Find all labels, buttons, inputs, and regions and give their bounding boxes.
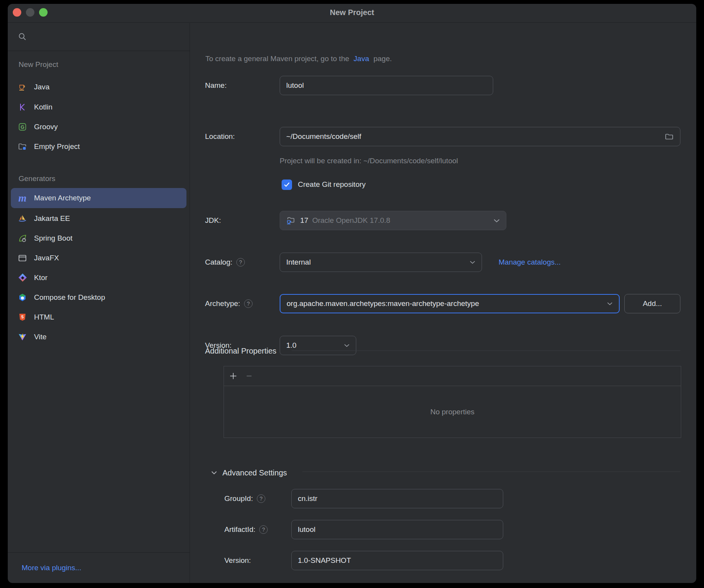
- additional-properties-panel: No properties: [224, 366, 681, 438]
- minimize-button[interactable]: [26, 8, 34, 17]
- vite-icon: [18, 332, 27, 342]
- sidebar-item-maven-archetype[interactable]: m Maven Archetype: [11, 188, 186, 208]
- chevron-down-icon: [344, 344, 350, 347]
- svg-text:G: G: [21, 124, 24, 130]
- page-hint: To create a general Maven project, go to…: [205, 53, 392, 64]
- titlebar: New Project: [8, 4, 696, 23]
- artifactid-input[interactable]: lutool: [291, 520, 503, 539]
- add-property-icon[interactable]: [229, 372, 237, 380]
- location-hint: Project will be created in: ~/Documents/…: [280, 156, 458, 166]
- chevron-down-icon: [494, 219, 500, 222]
- help-icon[interactable]: ?: [257, 494, 265, 503]
- groupid-label-row: GroupId: ?: [224, 493, 265, 504]
- jdk-label: JDK:: [205, 215, 221, 226]
- svg-text:5: 5: [21, 315, 24, 319]
- advanced-version-input[interactable]: 1.0-SNAPSHOT: [291, 551, 503, 570]
- add-archetype-button[interactable]: Add...: [624, 294, 680, 313]
- sidebar-item-label: Java: [34, 83, 50, 91]
- maven-archetype-icon: m: [18, 193, 27, 203]
- location-input[interactable]: ~/Documents/code/self: [280, 127, 680, 146]
- java-page-link[interactable]: Java: [354, 53, 369, 64]
- sidebar-item-java[interactable]: Java: [8, 77, 186, 97]
- sidebar-item-label: Compose for Desktop: [34, 293, 105, 302]
- sidebar-item-vite[interactable]: Vite: [8, 327, 186, 347]
- name-input[interactable]: lutool: [280, 76, 493, 95]
- more-via-plugins-link[interactable]: More via plugins...: [22, 564, 81, 572]
- zoom-button[interactable]: [39, 8, 48, 17]
- help-icon[interactable]: ?: [259, 525, 268, 534]
- properties-empty-state: No properties: [224, 386, 681, 438]
- sidebar-item-jakarta-ee[interactable]: Jakarta EE: [8, 209, 186, 229]
- ktor-icon: [18, 273, 27, 282]
- git-checkbox-label: Create Git repository: [298, 179, 366, 190]
- window-title: New Project: [8, 8, 696, 17]
- kotlin-icon: [18, 103, 27, 112]
- advanced-version-label: Version:: [224, 555, 251, 566]
- chevron-down-icon: [470, 261, 475, 264]
- section-divider: [302, 472, 680, 472]
- jakarta-ee-icon: [18, 214, 27, 223]
- name-label: Name:: [205, 80, 227, 91]
- sidebar-item-label: JavaFX: [34, 254, 59, 262]
- sidebar-item-label: HTML: [34, 313, 54, 321]
- sidebar-item-label: Ktor: [34, 273, 48, 282]
- new-project-dialog: New Project New Project Java: [8, 4, 696, 583]
- catalog-label-row: Catalog: ?: [205, 257, 245, 268]
- search-icon: [18, 32, 27, 41]
- archetype-label-row: Archetype: ?: [205, 298, 253, 309]
- html5-icon: 5: [18, 313, 27, 322]
- sidebar-item-groovy[interactable]: G Groovy: [8, 117, 186, 137]
- jdk-icon: [285, 215, 296, 226]
- sidebar-item-label: Vite: [34, 333, 46, 341]
- groovy-icon: G: [18, 122, 27, 132]
- javafx-icon: [18, 253, 27, 263]
- manage-catalogs-link[interactable]: Manage catalogs...: [499, 257, 561, 268]
- screenshot-root: New Project New Project Java: [0, 0, 704, 588]
- remove-property-icon[interactable]: [246, 373, 253, 379]
- version-dropdown[interactable]: 1.0: [280, 336, 356, 355]
- sidebar-item-ktor[interactable]: Ktor: [8, 268, 186, 288]
- properties-toolbar: [224, 366, 681, 386]
- sidebar-item-javafx[interactable]: JavaFX: [8, 248, 186, 268]
- sidebar-item-label: Maven Archetype: [34, 194, 91, 202]
- check-icon: [284, 182, 290, 187]
- section-divider: [292, 350, 680, 351]
- archetype-dropdown[interactable]: org.apache.maven.archetypes:maven-archet…: [280, 294, 620, 313]
- groupid-input[interactable]: cn.istr: [291, 489, 503, 508]
- section-header-new-project: New Project: [19, 60, 58, 69]
- sidebar-item-label: Jakarta EE: [34, 214, 70, 223]
- sidebar-item-spring-boot[interactable]: Spring Boot: [8, 228, 186, 248]
- location-label: Location:: [205, 131, 235, 142]
- help-icon[interactable]: ?: [236, 258, 245, 267]
- git-checkbox[interactable]: [282, 179, 292, 190]
- catalog-dropdown[interactable]: Internal: [280, 253, 482, 272]
- close-button[interactable]: [13, 8, 21, 17]
- java-icon: [18, 82, 27, 92]
- section-header-generators: Generators: [19, 174, 55, 183]
- sidebar-item-empty-project[interactable]: Empty Project: [8, 137, 186, 157]
- empty-project-icon: [18, 142, 27, 151]
- artifactid-label-row: ArtifactId: ?: [224, 524, 268, 535]
- sidebar-item-compose-for-desktop[interactable]: Compose for Desktop: [8, 287, 186, 308]
- additional-properties-title: Additional Properties: [205, 345, 277, 356]
- advanced-settings-toggle[interactable]: Advanced Settings: [211, 467, 287, 478]
- sidebar-item-kotlin[interactable]: Kotlin: [8, 97, 186, 117]
- folder-icon[interactable]: [665, 132, 674, 141]
- search-bar[interactable]: [8, 23, 190, 51]
- sidebar: New Project Java Kotlin G: [8, 23, 190, 583]
- sidebar-item-html[interactable]: 5 HTML: [8, 307, 186, 327]
- compose-icon: [18, 293, 27, 302]
- spring-boot-icon: [18, 234, 27, 243]
- sidebar-item-label: Kotlin: [34, 103, 53, 111]
- sidebar-item-label: Empty Project: [34, 142, 80, 151]
- sidebar-item-label: Groovy: [34, 123, 58, 131]
- sidebar-footer: More via plugins...: [8, 552, 190, 583]
- chevron-down-icon: [607, 302, 613, 305]
- help-icon[interactable]: ?: [244, 299, 253, 308]
- sidebar-item-label: Spring Boot: [34, 234, 72, 243]
- chevron-expanded-icon: [211, 471, 217, 475]
- jdk-dropdown[interactable]: 17 Oracle OpenJDK 17.0.8: [280, 211, 506, 230]
